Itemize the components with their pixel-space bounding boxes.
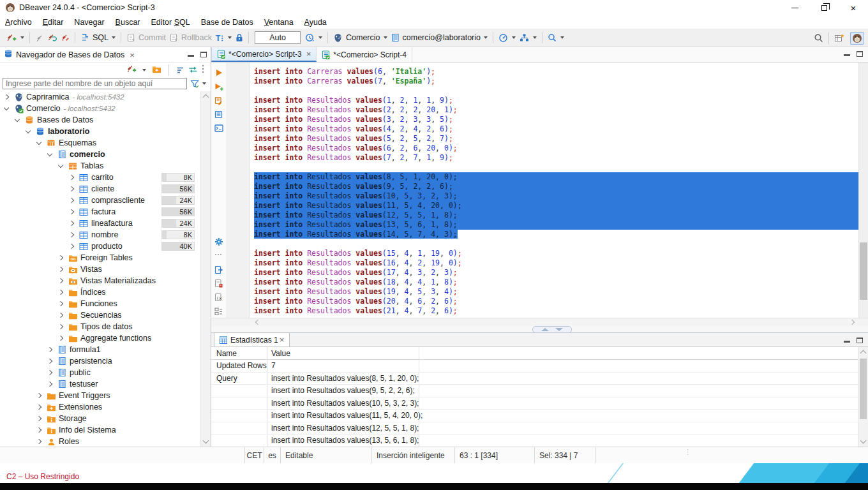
chevron-right-icon[interactable] — [47, 347, 52, 352]
sql-caret-icon[interactable] — [112, 36, 116, 39]
panel-minimize-icon[interactable] — [844, 341, 850, 343]
menu-buscar[interactable]: Buscar — [116, 18, 140, 27]
stat-value-cell[interactable]: insert into Resultados values(10, 5, 3, … — [267, 397, 858, 410]
history-caret-icon[interactable] — [318, 36, 322, 39]
transaction-lock-button[interactable] — [234, 30, 245, 45]
code-line[interactable]: insert into Resultados values(10, 5, 3, … — [254, 191, 858, 201]
tree-item-carrito[interactable]: carrito8K — [0, 172, 200, 183]
tree-item-esquemas[interactable]: Esquemas — [0, 137, 200, 149]
code-line[interactable]: insert into Resultados values(15, 4, 1, … — [254, 249, 858, 258]
chevron-down-icon[interactable] — [58, 162, 63, 167]
panel-minimize-icon[interactable] — [844, 54, 850, 56]
evaluate-expression-button[interactable]: (x) — [211, 291, 226, 304]
expand-up-icon[interactable] — [541, 328, 549, 331]
code-line[interactable]: insert into Resultados values(6, 2, 6, 2… — [254, 144, 858, 153]
link-with-editor-button[interactable] — [188, 64, 198, 76]
stat-value-cell[interactable]: insert into Resultados values(12, 5, 5, … — [267, 422, 858, 434]
sql-editor-button[interactable] — [79, 30, 91, 45]
rollback-button[interactable] — [167, 30, 180, 45]
statusbar-overflow-icon[interactable]: ⋮ — [684, 450, 691, 454]
menu-editar[interactable]: Editar — [43, 18, 64, 27]
tab-script-3[interactable]: *<Comercio> Script-3 × — [211, 47, 317, 62]
chevron-right-icon[interactable] — [58, 336, 63, 341]
stat-value-cell[interactable]: 7 — [267, 360, 858, 372]
code-line[interactable]: insert into Resultados values(17, 4, 3, … — [254, 268, 858, 278]
tree-item-roles[interactable]: Roles — [0, 436, 200, 447]
tree-item-vistas[interactable]: Vistas — [0, 264, 200, 275]
tree-item-cliente[interactable]: cliente56K — [0, 183, 200, 195]
sash-toggle[interactable] — [532, 326, 572, 333]
chevron-right-icon[interactable] — [58, 313, 63, 318]
tree-item-persistencia[interactable]: persistencia — [0, 355, 200, 367]
tab-close-icon[interactable]: × — [306, 49, 311, 59]
tree-item-aggregate-functions[interactable]: Aggregate functions — [0, 332, 200, 344]
transaction-caret-icon[interactable] — [228, 36, 232, 39]
code-line[interactable]: insert into Resultados values(16, 4, 2, … — [254, 258, 858, 268]
tree-item-formula1[interactable]: formula1 — [0, 344, 200, 355]
panel-maximize-icon[interactable] — [857, 51, 863, 57]
dashboard-button[interactable] — [497, 30, 510, 45]
tree-item-comercio[interactable]: Comercio - localhost:5432 — [0, 103, 200, 114]
chevron-down-icon[interactable] — [47, 151, 52, 156]
active-database-button[interactable] — [389, 30, 401, 45]
chevron-down-icon[interactable] — [36, 139, 41, 144]
connect-button[interactable] — [33, 30, 45, 45]
tree-item-capriramica[interactable]: Capriramica - localhost:5432 — [0, 91, 200, 103]
code-line[interactable]: insert into Resultados values(7, 2, 7, 1… — [254, 153, 858, 163]
menu-ayuda[interactable]: Ayuda — [304, 18, 327, 27]
chevron-right-icon[interactable] — [69, 244, 74, 249]
tab-estadisticas-1[interactable]: Estadísticas 1 × — [214, 332, 290, 346]
chevron-right-icon[interactable] — [47, 359, 52, 364]
navigator-close-icon[interactable]: × — [130, 50, 135, 60]
code-line[interactable]: insert into Resultados values(20, 4, 6, … — [254, 297, 858, 306]
minimize-button[interactable] — [780, 0, 809, 15]
chevron-right-icon[interactable] — [69, 198, 74, 203]
topology-button[interactable] — [518, 30, 531, 45]
export-result-button[interactable] — [211, 264, 226, 276]
collapse-all-button[interactable] — [176, 64, 184, 76]
chevron-right-icon[interactable] — [58, 290, 63, 295]
tree-item-comercio[interactable]: comercio — [0, 149, 200, 160]
menu-archivo[interactable]: Archivo — [5, 18, 32, 27]
quick-search-button[interactable] — [812, 31, 825, 46]
execute-new-tab-button[interactable] — [211, 80, 226, 93]
menu-editor-sql[interactable]: Editor SQL — [151, 18, 190, 27]
object-filter-input[interactable] — [3, 78, 187, 89]
database-caret-icon[interactable] — [484, 36, 488, 39]
status-inserci-n-inteligente[interactable]: Inserción inteligente — [372, 447, 455, 464]
layout-button[interactable] — [211, 305, 226, 318]
panel-minimize-icon[interactable] — [188, 55, 194, 57]
filter-caret-icon[interactable] — [202, 82, 206, 85]
tree-item-tablas[interactable]: Tablas — [0, 160, 200, 172]
code-line[interactable]: insert into Resultados values(12, 5, 5, … — [254, 211, 858, 220]
tree-item-producto[interactable]: producto40K — [0, 241, 200, 252]
chevron-right-icon[interactable] — [36, 416, 41, 421]
chevron-right-icon[interactable] — [58, 324, 63, 329]
chevron-right-icon[interactable] — [69, 232, 74, 237]
menu-ventana[interactable]: Ventana — [264, 18, 294, 27]
search-caret-icon[interactable] — [560, 36, 564, 39]
new-connection-caret-icon[interactable] — [20, 36, 24, 39]
chevron-right-icon[interactable] — [69, 221, 74, 226]
stat-value-cell[interactable]: insert into Resultados values(8, 5, 1, 2… — [267, 373, 858, 385]
code-line[interactable]: insert into Carreras values(6, 'Italia')… — [254, 67, 858, 77]
tree-item-comprascliente[interactable]: comprascliente24K — [0, 195, 200, 206]
status-cet[interactable]: CET — [245, 447, 264, 464]
tree-item-vistas-materializadas[interactable]: Vistas Materializadas — [0, 275, 200, 286]
tree-item-nombre[interactable]: nombre8K — [0, 229, 200, 241]
code-line[interactable]: insert into Resultados values(14, 5, 7, … — [254, 230, 858, 239]
stat-value-cell[interactable]: insert into Resultados values(13, 5, 6, … — [267, 434, 858, 447]
code-line[interactable]: insert into Resultados values(11, 5, 4, … — [254, 201, 858, 211]
transaction-log-button[interactable] — [303, 30, 317, 45]
restore-button[interactable] — [809, 0, 839, 15]
stat-name-cell[interactable] — [211, 410, 267, 422]
code-line[interactable]: insert into Resultados values(13, 5, 6, … — [254, 220, 858, 230]
tree-item-secuencias[interactable]: Secuencias — [0, 309, 200, 321]
save-report-button[interactable] — [211, 278, 226, 290]
chevron-down-icon[interactable] — [26, 128, 31, 133]
sql-code-area[interactable]: insert into Carreras values(6, 'Italia')… — [250, 63, 858, 318]
chevron-right-icon[interactable] — [47, 382, 52, 387]
stat-name-cell[interactable] — [211, 434, 267, 447]
panel-maximize-icon[interactable] — [857, 338, 863, 343]
tab-close-icon[interactable]: × — [280, 335, 285, 345]
